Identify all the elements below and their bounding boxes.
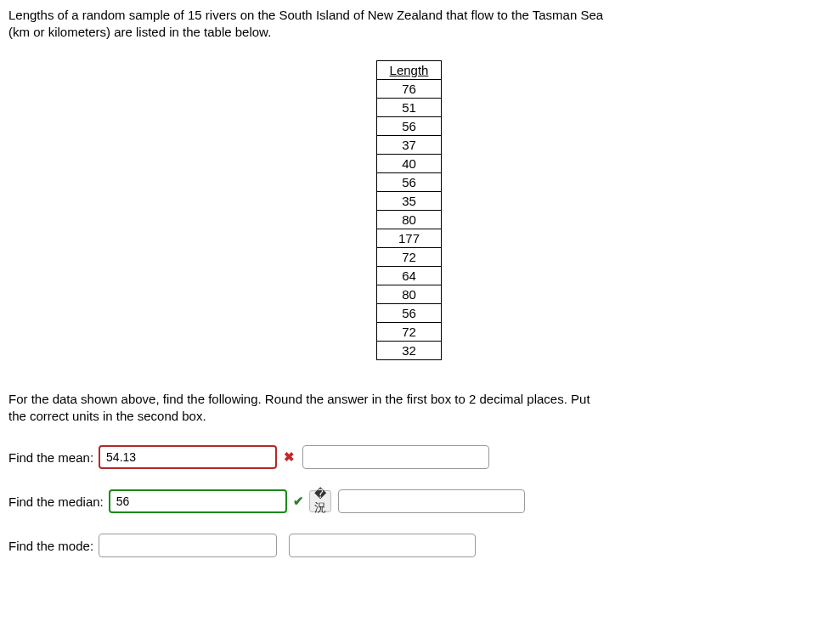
median-units-input[interactable] [338, 489, 525, 513]
table-cell: 35 [377, 191, 442, 210]
median-row: Find the median: ✔ �況 [8, 489, 810, 513]
median-label: Find the median: [8, 494, 104, 509]
table-cell: 80 [377, 285, 442, 303]
incorrect-icon: ✖ [282, 450, 296, 464]
length-table: Length 7651563740563580177726480567232 [376, 60, 442, 360]
mean-row: Find the mean: ✖ [8, 445, 810, 469]
instructions: For the data shown above, find the follo… [8, 391, 810, 426]
mode-input[interactable] [99, 534, 277, 557]
table-cell: 32 [377, 341, 442, 359]
table-cell: 40 [377, 154, 442, 172]
mean-units-input[interactable] [302, 445, 489, 469]
retry-button[interactable]: �況 [309, 490, 331, 512]
mode-units-input[interactable] [289, 534, 476, 557]
table-cell: 177 [377, 229, 442, 247]
instructions-line-2: the correct units in the second box. [8, 409, 206, 423]
median-input[interactable] [109, 489, 287, 513]
table-cell: 76 [377, 79, 442, 98]
table-cell: 64 [377, 266, 442, 285]
table-header: Length [377, 60, 442, 79]
table-cell: 56 [377, 303, 442, 322]
table-cell: 56 [377, 172, 442, 191]
table-cell: 51 [377, 98, 442, 116]
table-cell: 80 [377, 210, 442, 229]
mode-label: Find the mode: [8, 539, 93, 553]
table-cell: 72 [377, 322, 442, 341]
mean-input[interactable] [99, 445, 277, 469]
problem-line-1: Lengths of a random sample of 15 rivers … [8, 8, 603, 22]
table-cell: 56 [377, 116, 442, 135]
table-cell: 37 [377, 135, 442, 154]
mean-label: Find the mean: [8, 450, 93, 465]
retry-icon: �況 [310, 487, 330, 516]
correct-icon: ✔ [292, 494, 306, 508]
problem-line-2: (km or kilometers) are listed in the tab… [8, 25, 271, 39]
problem-statement: Lengths of a random sample of 15 rivers … [8, 7, 810, 42]
instructions-line-1: For the data shown above, find the follo… [8, 392, 590, 406]
data-table-container: Length 7651563740563580177726480567232 [8, 60, 810, 360]
table-cell: 72 [377, 247, 442, 266]
mode-row: Find the mode: [8, 534, 810, 557]
